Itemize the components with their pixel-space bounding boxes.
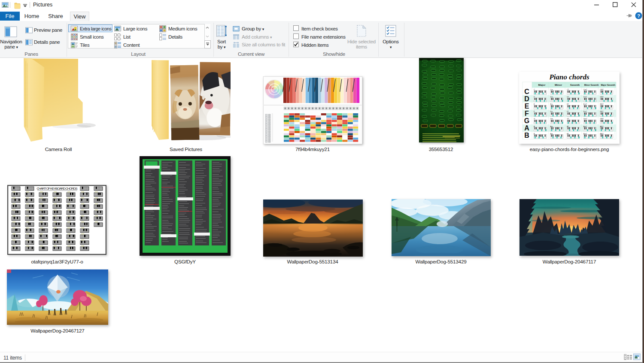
svg-text:Major: Major [538, 84, 546, 86]
svg-text:FM7: FM7 [600, 110, 604, 112]
svg-text:Major Seventh: Major Seventh [601, 84, 616, 86]
svg-text:?: ? [637, 13, 640, 18]
svg-text:Fm: Fm [550, 110, 553, 112]
svg-text:G: G [524, 117, 529, 124]
svg-text:F7: F7 [567, 110, 569, 112]
svg-text:B: B [524, 132, 529, 139]
svg-text:CM7: CM7 [600, 88, 604, 91]
svg-text:Cm: Cm [550, 88, 553, 91]
svg-text:A: A [524, 124, 529, 132]
svg-text:CHART OF KEYBOARD CHORDS: CHART OF KEYBOARD CHORDS [37, 187, 78, 191]
svg-text:Seventh: Seventh [570, 84, 580, 86]
svg-text:Minor: Minor [555, 84, 562, 86]
svg-text:BM7: BM7 [600, 133, 604, 135]
svg-text:A7: A7 [567, 125, 569, 127]
svg-text:Em: Em [550, 103, 553, 105]
svg-text:E7: E7 [567, 103, 569, 105]
svg-text:E: E [525, 103, 529, 110]
svg-text:Gm7: Gm7 [583, 118, 587, 120]
svg-text:Am7: Am7 [583, 125, 587, 127]
svg-text:F: F [525, 110, 529, 117]
svg-text:A: A [534, 125, 535, 127]
svg-text:C: C [534, 88, 535, 91]
svg-text:C: C [524, 88, 529, 95]
svg-text:Gm: Gm [550, 118, 553, 120]
svg-text:B: B [534, 133, 535, 135]
svg-text:G7: G7 [567, 118, 569, 120]
svg-text:DM7: DM7 [600, 96, 604, 98]
svg-text:C7: C7 [567, 88, 569, 91]
svg-text:Em7: Em7 [583, 103, 587, 105]
svg-text:Am: Am [550, 125, 553, 127]
svg-text:Minor Seventh: Minor Seventh [584, 84, 599, 86]
svg-text:E: E [534, 103, 535, 105]
svg-text:Dm7: Dm7 [583, 96, 587, 98]
svg-text:D: D [534, 96, 535, 98]
svg-text:AM7: AM7 [600, 125, 604, 127]
svg-text:Fm7: Fm7 [583, 110, 587, 112]
svg-text:Bm7: Bm7 [583, 133, 587, 135]
svg-text:D7: D7 [567, 96, 569, 98]
svg-text:Cm7: Cm7 [583, 88, 587, 91]
svg-text:D: D [524, 95, 529, 103]
svg-text:GM7: GM7 [600, 118, 604, 120]
svg-text:Bm: Bm [550, 133, 553, 135]
svg-text:G: G [534, 118, 535, 120]
svg-text:Dm: Dm [550, 96, 553, 98]
svg-text:Piano chords: Piano chords [549, 73, 589, 81]
svg-text:EM7: EM7 [600, 103, 604, 105]
svg-text:B7: B7 [567, 133, 569, 135]
